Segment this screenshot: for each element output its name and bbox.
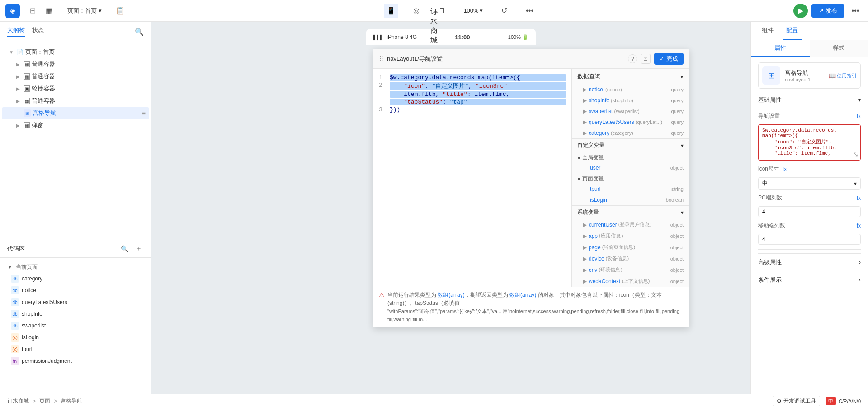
code-db-icon-swaper: db bbox=[11, 322, 19, 330]
page-selector[interactable]: 页面：首页 ▾ bbox=[64, 5, 105, 17]
global-vars-label: ● 全局变量 bbox=[572, 152, 689, 162]
publish-btn[interactable]: ↗ 发布 bbox=[811, 4, 844, 18]
tab-config[interactable]: 配置 bbox=[783, 22, 802, 40]
custom-vars-header[interactable]: 自定义变量 ▾ bbox=[572, 138, 689, 152]
mobile-cols-input[interactable] bbox=[758, 234, 861, 245]
component-name: 宫格导航 bbox=[785, 69, 829, 77]
code-item-permissionJudgment[interactable]: fn permissionJudgment bbox=[0, 355, 151, 367]
line-num-1: 1 bbox=[379, 74, 390, 81]
data-item-queryLatest[interactable]: ▶ queryLatest5Users (queryLat...) query bbox=[572, 117, 689, 128]
dp-name-page: page bbox=[589, 244, 601, 251]
tree-search-btn[interactable]: 🔍 bbox=[135, 26, 144, 37]
data-item-page[interactable]: ▶ page (当前页面信息) object bbox=[572, 242, 689, 253]
data-item-swaperlist[interactable]: ▶ swaperlist (swaperlist) query bbox=[572, 106, 689, 117]
icon-size-select[interactable]: 中 ▾ bbox=[758, 177, 861, 190]
code-item-tpurl[interactable]: (x) tpurl bbox=[0, 343, 151, 355]
code-current-page-text: 当前页面 bbox=[16, 264, 38, 270]
subtab-props[interactable]: 属性 bbox=[751, 40, 810, 57]
refresh-btn[interactable]: ↺ bbox=[497, 4, 512, 18]
nav-code-box[interactable]: $w.category.data.records. map(item=>({ "… bbox=[758, 124, 861, 161]
drag-handle-icon[interactable]: ⠿ bbox=[379, 55, 383, 62]
toolbar-save-icon[interactable]: 📋 bbox=[113, 4, 127, 18]
icon-size-label: icon尺寸 bbox=[758, 165, 779, 173]
dp-params-notice: (notice) bbox=[604, 87, 622, 92]
page-arrow-icon: ▾ bbox=[99, 7, 102, 14]
tree-item-container-2[interactable]: ▶ ▦ 普通容器 bbox=[2, 71, 149, 82]
toolbar-list-icon[interactable]: ▦ bbox=[42, 4, 56, 18]
data-item-category[interactable]: ▶ category (category) query bbox=[572, 128, 689, 138]
battery-label: 100% 🔋 bbox=[508, 34, 528, 40]
code-editor-overlay: ⠿ navLayout1/导航设置 ? ⊡ ✓ 完成 1 $w.category… bbox=[373, 49, 689, 327]
error-text: 当前运行结果类型为 数组(array)，期望返回类型为 数组(array) 的对… bbox=[387, 291, 684, 323]
dp-name-shop: shopInfo bbox=[589, 97, 609, 104]
mobile-cols-fx[interactable]: fx bbox=[857, 223, 861, 229]
tree-item-carousel[interactable]: ▶ ▣ 轮播容器 bbox=[2, 83, 149, 95]
code-add-btn[interactable]: ＋ bbox=[134, 244, 144, 254]
component-icon-box: ⊞ bbox=[762, 66, 780, 85]
data-item-user[interactable]: user object bbox=[572, 162, 689, 173]
device-desktop-btn[interactable]: 🖥 bbox=[434, 4, 449, 18]
tab-component[interactable]: 组件 bbox=[758, 22, 777, 40]
dp-type-swaper: query bbox=[671, 109, 684, 114]
advanced-props-row[interactable]: 高级属性 › bbox=[758, 253, 861, 271]
subtab-style[interactable]: 样式 bbox=[810, 40, 868, 57]
system-vars-header[interactable]: 系统变量 ▾ bbox=[572, 205, 689, 219]
data-query-header[interactable]: 数据查询 ▾ bbox=[572, 69, 689, 84]
line-num-3: 3 bbox=[379, 106, 390, 113]
tree-item-container-1[interactable]: ▶ ▦ 普通容器 bbox=[2, 58, 149, 70]
more-btn[interactable]: ••• bbox=[523, 4, 537, 18]
editor-done-btn[interactable]: ✓ 完成 bbox=[654, 53, 684, 65]
data-item-tpurl[interactable]: tpurl string bbox=[572, 184, 689, 195]
conditional-display-row[interactable]: 条件展示 › bbox=[758, 271, 861, 289]
pc-cols-fx[interactable]: fx bbox=[857, 195, 861, 201]
component-help-link[interactable]: 📖 使用指引 bbox=[829, 72, 857, 79]
phone-time: 11:00 bbox=[455, 34, 470, 41]
nav-code-expand-icon[interactable]: ⤡ bbox=[853, 151, 859, 158]
device-mobile-btn[interactable]: 📱 bbox=[384, 4, 398, 18]
device-circle-btn[interactable]: ◎ bbox=[409, 4, 424, 18]
toolbar-extra-more-icon[interactable]: ••• bbox=[848, 4, 863, 18]
code-item-notice[interactable]: db notice bbox=[0, 285, 151, 296]
mobile-cols-input-wrapper bbox=[758, 234, 861, 245]
code-item-swaperlist[interactable]: db swaperlist bbox=[0, 320, 151, 332]
code-db-icon-notice: db bbox=[11, 286, 19, 294]
code-item-label-isLogin: isLogin bbox=[22, 334, 39, 341]
tree-item-container-4[interactable]: ▶ ▦ 普通容器 bbox=[2, 95, 149, 107]
code-search-btn[interactable]: 🔍 bbox=[119, 244, 130, 254]
tab-status[interactable]: 状态 bbox=[32, 26, 44, 37]
basic-props-section[interactable]: 基础属性 ▾ bbox=[758, 96, 861, 109]
editor-expand-btn[interactable]: ⊡ bbox=[641, 54, 651, 64]
code-item-isLogin[interactable]: (x) isLogin bbox=[0, 332, 151, 343]
pc-cols-input[interactable] bbox=[758, 206, 861, 217]
data-item-isLogin[interactable]: isLogin boolean bbox=[572, 195, 689, 205]
tree-action-nav[interactable]: ≡ bbox=[142, 109, 146, 117]
toolbar-grid-icon[interactable]: ⊞ bbox=[25, 4, 40, 18]
tree-arrow-c1: ▶ bbox=[16, 62, 24, 67]
code-item-queryLatest5Users[interactable]: db queryLatest5Users bbox=[0, 296, 151, 308]
tree-item-nav[interactable]: ⊞ 宫格导航 ≡ bbox=[2, 107, 149, 119]
lang-indicator[interactable]: 中 bbox=[826, 397, 836, 405]
tree-item-page[interactable]: ▼ 📄 页面：首页 bbox=[2, 46, 149, 58]
data-item-shopInfo[interactable]: ▶ shopInfo (shopInfo) query bbox=[572, 95, 689, 106]
dev-tool-btn[interactable]: ⚙ 开发调试工具 bbox=[773, 396, 820, 406]
editor-code[interactable]: 1 $w.category.data.records.map(item=>({ … bbox=[373, 69, 571, 287]
dp-arrow-notice: ▶ bbox=[583, 86, 587, 93]
data-item-app[interactable]: ▶ app (应用信息） object bbox=[572, 230, 689, 242]
nav-setting-fx[interactable]: fx bbox=[857, 113, 861, 119]
editor-help-btn[interactable]: ? bbox=[628, 54, 637, 63]
tab-outline-tree[interactable]: 大纲树 bbox=[7, 26, 25, 37]
data-item-device[interactable]: ▶ device (设备信息) object bbox=[572, 253, 689, 264]
code-item-shopInfo[interactable]: db shopInfo bbox=[0, 308, 151, 320]
icon-size-fx[interactable]: fx bbox=[783, 166, 787, 172]
tree-item-modal[interactable]: ▶ ▦ 弹窗 ≡ bbox=[2, 119, 149, 131]
data-item-wedaContext[interactable]: ▶ wedaContext (上下文信息) object bbox=[572, 275, 689, 287]
data-item-env[interactable]: ▶ env (环境信息） object bbox=[572, 264, 689, 275]
icon-size-row: icon尺寸 fx bbox=[758, 165, 861, 173]
run-btn[interactable]: ▶ bbox=[793, 4, 808, 18]
dp-params-cu: (登录用户信息) bbox=[617, 221, 651, 228]
help-link-label: 使用指引 bbox=[837, 72, 857, 79]
data-item-currentUser[interactable]: ▶ currentUser (登录用户信息) object bbox=[572, 219, 689, 230]
zoom-selector[interactable]: 100% ▾ bbox=[460, 5, 486, 16]
data-item-notice[interactable]: ▶ notice (notice) query bbox=[572, 84, 689, 95]
code-item-category[interactable]: db category bbox=[0, 273, 151, 285]
